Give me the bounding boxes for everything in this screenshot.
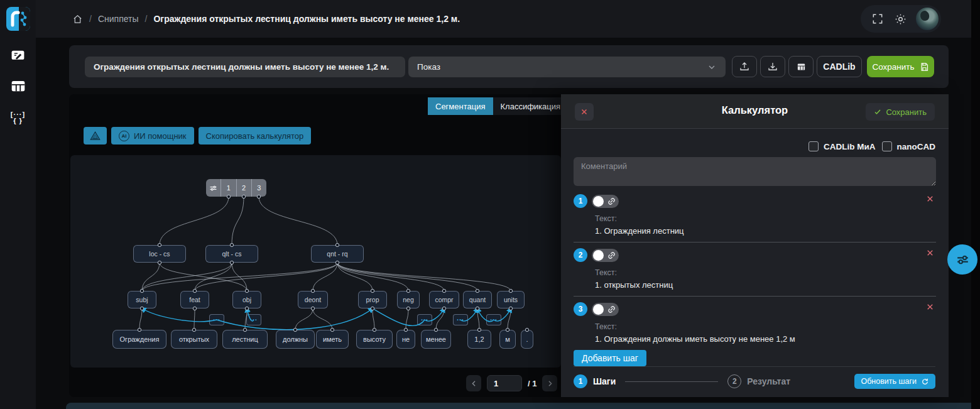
step-divider bbox=[574, 242, 936, 243]
graph-root-node[interactable]: 1 2 3 bbox=[206, 179, 266, 197]
graph-node-m3[interactable]: ... bbox=[417, 314, 432, 325]
refresh-steps-button[interactable]: Обновить шаги bbox=[854, 374, 935, 389]
graph-node-feat[interactable]: feat bbox=[180, 291, 209, 308]
graph-node-prop[interactable]: prop bbox=[358, 291, 387, 308]
step-text-label: Текст: bbox=[595, 268, 936, 277]
sidebar-item-snippets[interactable] bbox=[10, 46, 26, 63]
breadcrumb-section[interactable]: Сниппеты bbox=[98, 14, 139, 24]
fullscreen-icon[interactable] bbox=[871, 12, 885, 26]
step-delete-button[interactable] bbox=[926, 302, 936, 312]
export-target-checkboxes: CADLib МиА nanoCAD bbox=[808, 141, 935, 151]
graph-node-quant[interactable]: quant bbox=[463, 291, 492, 308]
sidebar-item-tables[interactable] bbox=[10, 78, 26, 94]
add-step-button[interactable]: Добавить шаг bbox=[574, 350, 646, 366]
calc-step-1: 1 Текст: 1. Ограждения лестниц bbox=[574, 194, 936, 243]
sidebar-item-json[interactable]: [···] { } bbox=[10, 109, 26, 126]
graph-settings-fab[interactable] bbox=[947, 244, 977, 275]
graph-node-obj[interactable]: obj bbox=[232, 291, 261, 308]
stepper-step1-badge[interactable]: 1 bbox=[574, 374, 587, 388]
step-text-value: 1. Ограждения должны иметь высоту не мен… bbox=[595, 334, 936, 344]
import-button[interactable] bbox=[760, 56, 785, 77]
next-page-button[interactable] bbox=[542, 375, 557, 391]
graph-node-deont[interactable]: deont bbox=[298, 291, 328, 308]
step-number-badge: 1 bbox=[574, 194, 587, 208]
stepper-step2-label[interactable]: Результат bbox=[747, 376, 790, 386]
snippet-title-input[interactable] bbox=[85, 57, 405, 77]
right-gutter bbox=[971, 0, 980, 409]
step-number-badge: 3 bbox=[574, 302, 587, 316]
stepper-step2-badge[interactable]: 2 bbox=[727, 374, 741, 388]
graph-node-w4[interactable]: должны bbox=[276, 330, 315, 349]
refresh-steps-label: Обновить шаги bbox=[861, 377, 917, 386]
graph-node-qnt[interactable]: qnt - rq bbox=[311, 245, 364, 263]
tab-classification[interactable]: Классификация bbox=[493, 97, 569, 115]
link-icon bbox=[606, 249, 617, 261]
prev-page-button[interactable] bbox=[466, 375, 481, 391]
card-edit-icon bbox=[10, 47, 26, 63]
graph-node-qlt[interactable]: qlt - cs bbox=[205, 245, 258, 263]
check-icon bbox=[874, 108, 881, 116]
graph-node-w8[interactable]: менее bbox=[421, 330, 451, 349]
export-button[interactable] bbox=[732, 56, 757, 77]
graph-pagination: / 1 bbox=[466, 375, 557, 391]
toggle-knob bbox=[593, 250, 604, 261]
step-delete-button[interactable] bbox=[926, 248, 936, 258]
user-avatar[interactable] bbox=[916, 8, 939, 30]
hierarchy-button[interactable] bbox=[84, 127, 107, 145]
graph-canvas[interactable]: 1 2 3 loc - csqlt - csqnt - rqsubjfeatob… bbox=[70, 155, 561, 368]
graph-node-units[interactable]: units bbox=[497, 291, 525, 308]
graph-node-w9[interactable]: 1,2 bbox=[467, 330, 491, 349]
graph-node-w1[interactable]: Ограждения bbox=[112, 330, 166, 349]
panel-save-button[interactable]: Сохранить bbox=[866, 103, 935, 121]
copy-calculator-button[interactable]: Скопировать калькулятор bbox=[199, 127, 312, 145]
home-icon[interactable] bbox=[72, 14, 83, 25]
theme-toggle-icon[interactable] bbox=[893, 12, 907, 26]
download-icon bbox=[767, 61, 778, 72]
graph-node-m4[interactable]: ... bbox=[453, 314, 468, 325]
root-variant-3[interactable]: 3 bbox=[251, 179, 266, 197]
graph-node-subj[interactable]: subj bbox=[128, 291, 156, 308]
view-mode-select[interactable]: Показ bbox=[408, 57, 726, 77]
step-link-toggle[interactable] bbox=[592, 195, 619, 208]
graph-node-compr[interactable]: compr bbox=[429, 291, 459, 308]
panel-save-label: Сохранить bbox=[886, 107, 927, 117]
root-variant-2[interactable]: 2 bbox=[236, 179, 251, 197]
tab-segmentation[interactable]: Сегментация bbox=[428, 97, 493, 115]
step-link-toggle[interactable] bbox=[592, 249, 619, 262]
cadlib-mia-checkbox[interactable]: CADLib МиА bbox=[808, 141, 876, 151]
ai-assistant-button[interactable]: AI ИИ помощник bbox=[111, 127, 194, 145]
step-text-label: Текст: bbox=[595, 322, 936, 331]
graph-node-w10[interactable]: м bbox=[499, 330, 516, 349]
nanocad-checkbox[interactable]: nanoCAD bbox=[882, 141, 936, 151]
breadcrumb-separator: / bbox=[145, 14, 148, 24]
graph-node-w5[interactable]: иметь bbox=[316, 330, 349, 349]
comment-textarea[interactable] bbox=[574, 157, 936, 186]
chevron-left-icon bbox=[470, 379, 478, 388]
cadlib-mia-label: CADLib МиА bbox=[824, 142, 876, 151]
step-delete-button[interactable] bbox=[926, 194, 936, 204]
calc-step-2: 2 Текст: 1. открытых лестниц bbox=[574, 248, 936, 297]
graph-node-w6[interactable]: высоту bbox=[356, 330, 393, 349]
breadcrumb-current: Ограждения открытых лестниц должны иметь… bbox=[153, 14, 460, 24]
save-button[interactable]: Сохранить bbox=[867, 56, 934, 77]
nanocad-label: nanoCAD bbox=[897, 142, 936, 151]
step-link-toggle[interactable] bbox=[592, 303, 619, 316]
graph-node-m5[interactable]: ... bbox=[486, 314, 501, 325]
graph-node-neg[interactable]: neg bbox=[397, 291, 420, 308]
graph-node-m1[interactable]: ... bbox=[209, 314, 224, 325]
stepper-connector bbox=[625, 381, 718, 382]
table-view-button[interactable] bbox=[788, 56, 814, 77]
graph-node-w2[interactable]: открытых bbox=[171, 330, 217, 349]
step-text-value: 1. Ограждения лестниц bbox=[595, 226, 936, 236]
app-logo[interactable] bbox=[6, 7, 30, 31]
graph-node-m2[interactable]: ... bbox=[246, 314, 261, 325]
graph-node-w7[interactable]: не bbox=[396, 330, 415, 349]
calculator-panel: Калькулятор Сохранить CADLib МиА nanoCAD… bbox=[561, 94, 949, 397]
graph-node-w11[interactable]: . bbox=[521, 330, 533, 349]
stepper-step1-label[interactable]: Шаги bbox=[593, 376, 616, 386]
graph-node-loc[interactable]: loc - cs bbox=[133, 245, 186, 263]
cadlib-button[interactable]: CADLib bbox=[817, 56, 862, 77]
page-number-input[interactable] bbox=[487, 375, 522, 391]
graph-node-w3[interactable]: лестниц bbox=[222, 330, 268, 349]
root-variant-1[interactable]: 1 bbox=[220, 179, 236, 197]
